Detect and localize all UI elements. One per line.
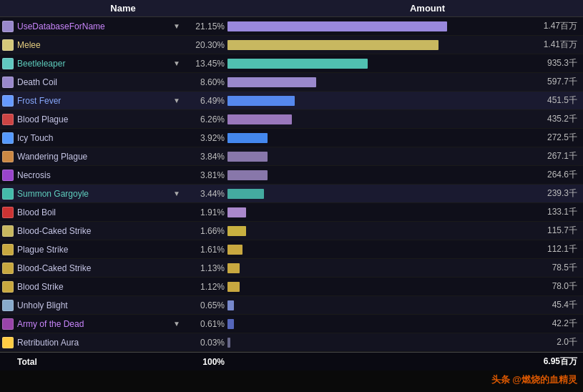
row-bar (227, 207, 533, 217)
rows-container: UseDatabaseForName▼21.15%1.47百万Melee20.3… (0, 17, 583, 352)
row-percent: 8.60% (186, 77, 227, 87)
row-percent: 3.81% (186, 170, 227, 180)
total-bar (227, 357, 533, 367)
row-bar (227, 77, 533, 87)
row-name: Retribution Aura (16, 338, 173, 348)
row-icon (0, 318, 16, 330)
row-bar (227, 300, 533, 310)
row-value: 45.4千 (533, 299, 583, 311)
row-percent: 1.91% (186, 207, 227, 217)
row-value: 2.0千 (533, 336, 583, 348)
row-icon (0, 263, 16, 274)
table-row: Death Coil8.60%597.7千 (0, 73, 583, 92)
row-icon (0, 132, 16, 144)
row-dropdown[interactable]: ▼ (173, 190, 186, 197)
row-percent: 3.92% (186, 133, 227, 143)
row-value: 935.3千 (533, 57, 583, 69)
row-value: 267.1千 (533, 150, 583, 162)
row-bar (227, 338, 533, 348)
row-icon (0, 225, 16, 237)
table-row: Icy Touch3.92%272.5千 (0, 129, 583, 147)
row-value: 42.2千 (533, 318, 583, 330)
row-dropdown[interactable]: ▼ (173, 320, 186, 328)
table-row: Army of the Dead▼0.61%42.2千 (0, 315, 583, 333)
table-row: Summon Gargoyle▼3.44%239.3千 (0, 185, 583, 203)
row-name: Blood Plague (16, 114, 173, 124)
row-percent: 0.03% (186, 338, 227, 348)
row-percent: 20.30% (186, 40, 227, 50)
row-name: Blood Strike (16, 282, 173, 292)
row-bar (227, 226, 533, 236)
row-percent: 6.49% (186, 96, 227, 106)
row-bar (227, 114, 533, 124)
row-name: Wandering Plague (16, 152, 173, 162)
row-name: Icy Touch (16, 133, 173, 143)
row-percent: 1.12% (186, 282, 227, 292)
row-name: Plague Strike (16, 245, 173, 255)
total-label: Total (16, 357, 173, 367)
table-row: Unholy Blight0.65%45.4千 (0, 296, 583, 315)
row-dropdown[interactable]: ▼ (173, 59, 186, 67)
table-row: Retribution Aura0.03%2.0千 (0, 333, 583, 352)
row-percent: 21.15% (186, 21, 227, 31)
row-name: Summon Gargoyle (16, 189, 173, 199)
total-value: 6.95百万 (533, 356, 583, 368)
table-row: Blood Plague6.26%435.2千 (0, 110, 583, 129)
table-row: Blood Boil1.91%133.1千 (0, 203, 583, 222)
row-percent: 1.66% (186, 226, 227, 236)
row-value: 78.0千 (533, 280, 583, 293)
row-value: 264.6千 (533, 169, 583, 181)
watermark: 头条 @燃烧的血精灵 (491, 373, 577, 386)
row-icon (0, 77, 16, 88)
row-value: 115.7千 (533, 225, 583, 237)
row-percent: 1.61% (186, 245, 227, 255)
row-bar (227, 245, 533, 255)
row-icon (0, 21, 16, 32)
row-icon (0, 170, 16, 181)
row-dropdown[interactable]: ▼ (173, 97, 186, 104)
table-row: Blood-Caked Strike1.13%78.5千 (0, 259, 583, 278)
row-bar (227, 96, 533, 106)
table-header: Name Amount (0, 0, 583, 17)
row-value: 112.1千 (533, 243, 583, 255)
table-row: UseDatabaseForName▼21.15%1.47百万 (0, 17, 583, 36)
row-icon (0, 300, 16, 311)
row-percent: 3.84% (186, 152, 227, 162)
row-name: Blood Boil (16, 207, 173, 217)
row-bar (227, 133, 533, 143)
damage-table: Name Amount UseDatabaseForName▼21.15%1.4… (0, 0, 583, 371)
row-icon (0, 207, 16, 218)
row-percent: 6.26% (186, 114, 227, 124)
row-icon (0, 188, 16, 200)
row-name: Melee (16, 40, 173, 50)
row-percent: 0.61% (186, 319, 227, 329)
row-dropdown[interactable]: ▼ (173, 22, 186, 30)
table-row: Blood Strike1.12%78.0千 (0, 278, 583, 296)
header-amount: Amount (272, 3, 583, 14)
row-value: 435.2千 (533, 113, 583, 125)
row-percent: 1.13% (186, 263, 227, 273)
row-percent: 0.65% (186, 300, 227, 310)
row-icon (0, 151, 16, 162)
row-value: 1.41百万 (533, 39, 583, 51)
row-bar (227, 319, 533, 329)
total-percent: 100% (186, 357, 227, 367)
row-value: 133.1千 (533, 206, 583, 218)
total-row: Total 100% 6.95百万 (0, 352, 583, 371)
row-icon (0, 58, 16, 69)
row-bar (227, 59, 533, 69)
table-row: Wandering Plague3.84%267.1千 (0, 147, 583, 166)
row-name: Beetleleaper (16, 59, 173, 69)
table-row: Plague Strike1.61%112.1千 (0, 240, 583, 259)
row-icon (0, 95, 16, 107)
row-bar (227, 189, 533, 199)
row-value: 597.7千 (533, 76, 583, 88)
header-name: Name (16, 3, 230, 14)
row-icon (0, 114, 16, 125)
row-value: 272.5千 (533, 132, 583, 144)
row-name: Frost Fever (16, 96, 173, 106)
row-name: Death Coil (16, 77, 173, 87)
row-bar (227, 170, 533, 180)
row-icon (0, 281, 16, 293)
row-value: 78.5千 (533, 262, 583, 274)
